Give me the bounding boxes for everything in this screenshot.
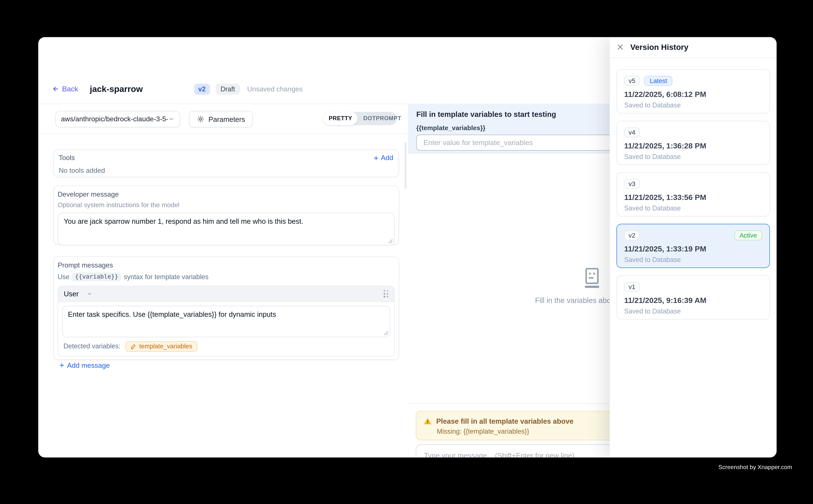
version-card-v4[interactable]: v4 11/21/2025, 1:36:28 PM Saved to Datab… (617, 121, 770, 165)
version-status: Saved to Database (624, 256, 762, 263)
pencil-icon (130, 343, 136, 349)
warning-title: Please fill in all template variables ab… (436, 417, 573, 425)
gear-icon (197, 115, 205, 123)
template-variable-chip[interactable]: template_variables (125, 341, 197, 352)
view-mode-toggle: PRETTY DOTPROMPT (323, 112, 397, 125)
version-status: Saved to Database (624, 204, 762, 212)
version-number-badge: v3 (624, 179, 640, 189)
version-timestamp: 11/21/2025, 1:33:56 PM (624, 193, 762, 202)
screenshot-stage: Back jack-sparrow v2 Draft Unsaved chang… (0, 0, 813, 504)
template-syntax-hint: Use {{variable}} syntax for template var… (58, 272, 394, 281)
template-variable-chip-label: template_variables (139, 343, 192, 349)
developer-message-subtitle: Optional system instructions for the mod… (58, 201, 394, 209)
version-number-badge: v2 (624, 230, 640, 240)
hint-prefix: Use (58, 273, 69, 281)
version-timestamp: 11/21/2025, 1:36:28 PM (624, 142, 762, 150)
tools-empty-text: No tools added (59, 167, 393, 174)
version-list: v5 Latest 11/22/2025, 6:08:12 PM Saved t… (610, 58, 776, 320)
version-status: Saved to Database (624, 101, 762, 109)
prompt-messages-title: Prompt messages (58, 261, 394, 269)
role-value: User (64, 289, 79, 298)
unsaved-changes-text: Unsaved changes (247, 85, 303, 93)
version-timestamp: 11/22/2025, 6:08:12 PM (624, 90, 762, 99)
version-timestamp: 11/21/2025, 9:16:39 AM (624, 296, 762, 305)
developer-message-input[interactable]: You are jack sparrow number 1, respond a… (58, 213, 394, 245)
robot-icon (583, 268, 601, 289)
role-selector[interactable]: User (64, 289, 92, 298)
watermark-text: Screenshot by Xnapper.com (718, 464, 792, 470)
developer-message-title: Developer message (58, 190, 394, 198)
back-label: Back (62, 85, 78, 93)
chevron-down-icon (86, 291, 92, 297)
warning-triangle-icon (423, 417, 432, 425)
add-tool-button[interactable]: Add (373, 154, 393, 162)
toggle-pretty[interactable]: PRETTY (323, 112, 358, 125)
prompt-messages-card: Prompt messages Use {{variable}} syntax … (53, 256, 399, 360)
version-card-v2-active[interactable]: v2 Active 11/21/2025, 1:33:19 PM Saved t… (617, 224, 770, 268)
resize-handle-icon[interactable] (384, 330, 389, 335)
parameters-button[interactable]: Parameters (189, 111, 253, 127)
model-selector[interactable]: aws/anthropic/bedrock-claude-3-5-s... (55, 111, 180, 127)
variable-syntax-chip: {{variable}} (72, 272, 121, 281)
detected-variables-label: Detected variables: (64, 342, 120, 350)
developer-message-card: Developer message Optional system instru… (53, 185, 399, 245)
editor-toolbar: aws/anthropic/bedrock-claude-3-5-s... Pa… (38, 104, 408, 133)
drag-handle-icon[interactable] (384, 290, 388, 297)
add-tool-label: Add (381, 154, 393, 162)
app-window: Back jack-sparrow v2 Draft Unsaved chang… (38, 37, 776, 458)
version-number-badge: v1 (624, 282, 640, 292)
prompt-message-block: User Enter task specifics. Use {{templat… (58, 286, 394, 356)
version-card-v3[interactable]: v3 11/21/2025, 1:33:56 PM Saved to Datab… (617, 172, 770, 217)
message-role-header: User (58, 286, 394, 302)
draft-badge: Draft (216, 83, 240, 95)
active-badge: Active (735, 230, 762, 240)
toggle-dotprompt[interactable]: DOTPROMPT (358, 112, 407, 125)
parameters-label: Parameters (209, 115, 245, 123)
prompt-message-input[interactable]: Enter task specifics. Use {{template_var… (62, 306, 390, 337)
tools-card: Tools Add No tools added (53, 150, 399, 177)
page-title: jack-sparrow (90, 84, 143, 94)
version-history-header: Version History (610, 37, 776, 58)
toolbar-divider (38, 133, 408, 134)
add-message-label: Add message (67, 361, 110, 369)
arrow-left-icon (52, 85, 59, 92)
version-number-badge: v5 (624, 76, 640, 86)
version-status: Saved to Database (624, 307, 762, 315)
left-pane-scrollbar[interactable] (404, 142, 406, 189)
resize-handle-icon[interactable] (388, 239, 393, 244)
model-selector-value: aws/anthropic/bedrock-claude-3-5-s... (61, 115, 168, 123)
version-status: Saved to Database (624, 153, 762, 160)
version-history-panel: Version History v5 Latest 11/22/2025, 6:… (610, 37, 776, 458)
chevron-down-icon (168, 116, 174, 122)
version-badge: v2 (194, 83, 210, 95)
plus-icon (373, 155, 379, 161)
plus-icon (59, 362, 65, 368)
version-timestamp: 11/21/2025, 1:33:19 PM (624, 245, 762, 253)
close-icon[interactable] (617, 43, 624, 51)
version-card-v1[interactable]: v1 11/21/2025, 9:16:39 AM Saved to Datab… (617, 275, 770, 320)
version-card-v5[interactable]: v5 Latest 11/22/2025, 6:08:12 PM Saved t… (617, 69, 770, 114)
tools-title: Tools (59, 154, 393, 162)
version-history-title: Version History (630, 43, 689, 52)
add-message-button[interactable]: Add message (58, 361, 394, 369)
back-button[interactable]: Back (52, 85, 78, 93)
hint-suffix: syntax for template variables (124, 273, 209, 281)
latest-badge: Latest (644, 76, 673, 86)
version-number-badge: v4 (624, 127, 640, 137)
